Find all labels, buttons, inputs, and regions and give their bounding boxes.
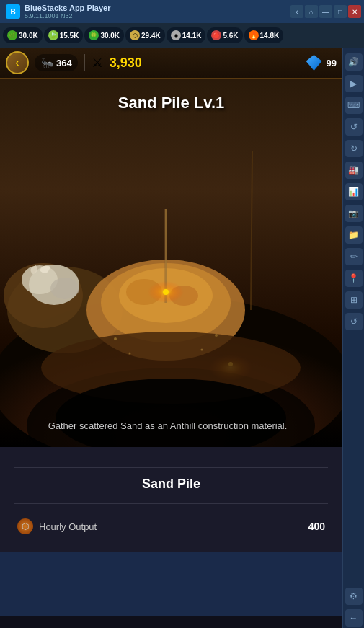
ant-icon: 🐜 <box>40 56 53 69</box>
bottom-buttons: More Info Move Building <box>0 616 342 628</box>
sidebar-btn-location[interactable]: 📍 <box>345 270 363 287</box>
wood-value: 15.5K <box>60 32 79 40</box>
food-value: 30.0K <box>19 32 38 40</box>
svg-point-21 <box>215 334 218 337</box>
sidebar-btn-edit[interactable]: ✏ <box>345 248 363 265</box>
nav-back-btn[interactable]: ‹ <box>290 5 303 18</box>
sidebar-btn-refresh[interactable]: ↺ <box>345 313 363 330</box>
svg-point-23 <box>201 349 203 351</box>
hourly-output-text: Hourly Output <box>39 521 97 532</box>
building-name: Sand Pile <box>14 477 328 492</box>
wood-resource[interactable]: 🍃 15.5K <box>44 27 84 43</box>
sidebar-btn-cursor[interactable]: ▶ <box>345 75 363 92</box>
sidebar-btn-back[interactable]: ← <box>345 609 363 627</box>
output-value: 400 <box>308 521 325 532</box>
sidebar-btn-rotate-right[interactable]: ↻ <box>345 140 363 157</box>
minimize-btn[interactable]: — <box>319 5 332 18</box>
sidebar-btn-folder[interactable]: 📁 <box>345 226 363 244</box>
leaves-icon: 🍀 <box>89 30 99 40</box>
fire-value: 14.8K <box>260 32 280 40</box>
scene-description: Gather scattered Sand as an Anthill cons… <box>14 419 321 433</box>
sidebar-btn-factory[interactable]: 🏭 <box>345 162 363 179</box>
maximize-btn[interactable]: □ <box>334 5 347 18</box>
description-text: Gather scattered Sand as an Anthill cons… <box>48 420 288 431</box>
nav-home-btn[interactable]: ⌂ <box>305 5 318 18</box>
svg-line-24 <box>251 151 252 310</box>
resource-bar: 🌿 30.0K 🍃 15.5K 🍀 30.0K ⬡ 29.4K ◈ 14.1K … <box>0 23 364 48</box>
title-bar: B BlueStacks App Player 5.9.11.1001 N32 … <box>0 0 364 23</box>
scene-area: Sand Pile Lv.1 <box>0 79 342 447</box>
sidebar-btn-rotate-left[interactable]: ↺ <box>345 118 363 136</box>
ant-stat: 🐜 364 <box>35 54 78 71</box>
diamond-icon <box>306 55 322 71</box>
sidebar-btn-camera[interactable]: 📷 <box>345 205 363 222</box>
back-arrow-icon: ‹ <box>15 56 19 69</box>
food-resource[interactable]: 🌿 30.0K <box>3 27 43 43</box>
svg-point-6 <box>50 278 79 299</box>
app-version: 5.9.11.1001 N32 <box>25 12 110 19</box>
divider-mid <box>14 503 328 504</box>
app-name: BlueStacks App Player <box>25 4 110 12</box>
sidebar-btn-grid[interactable]: ⊞ <box>345 291 363 309</box>
fire-resource[interactable]: 🔥 14.8K <box>244 27 284 43</box>
stone-icon: ◈ <box>171 30 181 40</box>
divider-top <box>14 467 328 468</box>
ant-count: 364 <box>56 58 72 68</box>
svg-point-15 <box>163 289 169 295</box>
sand-value: 29.4K <box>141 32 161 40</box>
stone-value: 14.1K <box>182 32 202 40</box>
meat-value: 5.6K <box>223 32 238 40</box>
game-content: ‹ 🐜 364 ⚔ 3,930 99 Sand Pile Lv.1 <box>0 48 342 628</box>
close-btn[interactable]: ✕ <box>348 5 361 18</box>
toolbar-sep-1 <box>84 54 85 71</box>
right-sidebar: 🔊 ▶ ⌨ ↺ ↻ 🏭 📊 📷 📁 ✏ 📍 ⊞ ↺ ⚙ ← ⌂ 🔧 <box>342 48 364 628</box>
sidebar-btn-keyboard[interactable]: ⌨ <box>345 97 363 114</box>
sidebar-btn-chart[interactable]: 📊 <box>345 183 363 200</box>
food-icon: 🌿 <box>7 30 17 40</box>
diamond-count: 99 <box>327 58 337 68</box>
swords-icon: ⚔ <box>91 56 104 69</box>
window-controls: ‹ ⌂ — □ ✕ <box>290 5 361 18</box>
scene-illustration <box>0 79 342 447</box>
diamond-stat: 99 <box>306 55 337 71</box>
info-panel: Sand Pile ⬡ Hourly Output 400 <box>0 447 342 552</box>
stone-resource[interactable]: ◈ 14.1K <box>167 27 206 43</box>
game-toolbar: ‹ 🐜 364 ⚔ 3,930 99 <box>0 48 342 79</box>
hourly-output-label: ⬡ Hourly Output <box>17 518 97 534</box>
svg-point-22 <box>129 353 131 355</box>
app-logo: B <box>6 4 20 19</box>
sand-resource[interactable]: ⬡ 29.4K <box>125 27 165 43</box>
stat-row-output: ⬡ Hourly Output 400 <box>14 513 328 540</box>
meat-icon: 🔴 <box>211 30 221 40</box>
sidebar-btn-volume[interactable]: 🔊 <box>345 53 363 71</box>
leaves-value: 30.0K <box>100 32 120 40</box>
sand-icon: ⬡ <box>130 30 140 40</box>
leaves-resource[interactable]: 🍀 30.0K <box>84 27 124 43</box>
sidebar-btn-settings[interactable]: ⚙ <box>345 588 363 605</box>
svg-point-20 <box>114 337 117 340</box>
output-icon: ⬡ <box>17 518 33 534</box>
game-back-button[interactable]: ‹ <box>6 51 29 74</box>
fire-icon: 🔥 <box>249 30 259 40</box>
gold-amount: 3,930 <box>110 56 142 71</box>
wood-icon: 🍃 <box>48 30 58 40</box>
main-layout: ‹ 🐜 364 ⚔ 3,930 99 Sand Pile Lv.1 <box>0 48 364 628</box>
meat-resource[interactable]: 🔴 5.6K <box>207 27 242 43</box>
